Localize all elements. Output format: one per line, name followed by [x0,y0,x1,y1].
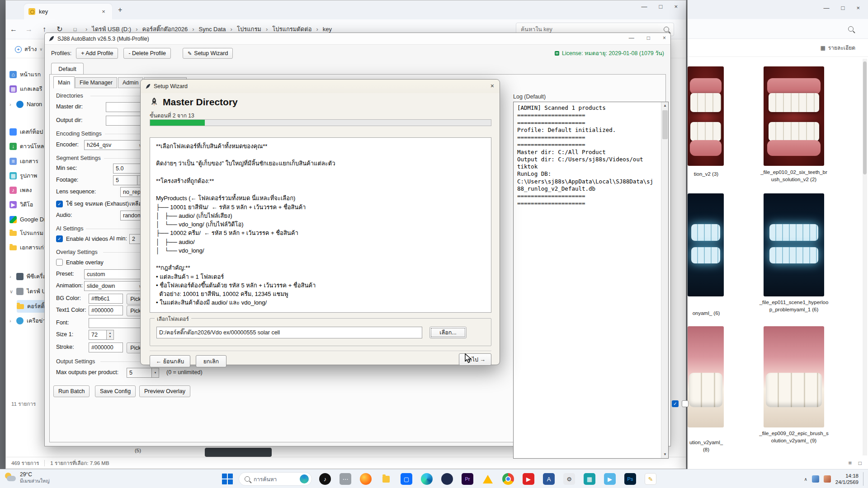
more-apps-icon[interactable]: ⋯ [340,473,351,485]
log-scrollbar-thumb[interactable] [662,110,668,139]
item-checkbox-checked-icon[interactable]: ✓ [672,400,679,407]
browse-button[interactable]: เลือก... [429,327,467,338]
thumbnail-label[interactable]: _file_ep010_02_six_teeth_brush_solution_… [759,169,829,183]
close-icon[interactable]: × [674,3,678,10]
firefox-icon[interactable] [360,473,372,485]
view-thumbnails-icon[interactable]: □ [859,460,862,466]
details-toggle[interactable]: ▦ รายละเอียด [821,43,856,52]
delete-profile-button[interactable]: - Delete Profile [123,48,171,59]
taskbar-clock[interactable]: 14:18 24/1/2569 [835,473,859,486]
file-explorer-icon[interactable] [380,473,392,485]
close-icon[interactable]: × [663,35,666,41]
paint-icon[interactable]: ▦ [584,473,595,485]
thumbnail-image[interactable] [764,66,824,166]
thumbnail-image-partial[interactable] [688,326,724,427]
setup-wizard-button[interactable]: ✎Setup Wizard [183,48,233,59]
wizard-back-button[interactable]: ← ย้อนกลับ [150,355,190,367]
thumbnail-image-partial[interactable] [688,66,724,166]
thumbnail-label-partial[interactable]: onyaml_ (6) [688,310,725,317]
master-dir-input[interactable] [106,102,145,112]
log-output[interactable]: [ADMIN] Scanned 1 products =============… [513,102,669,459]
encoder-select[interactable]: h264_qsv [84,140,145,150]
start-button[interactable] [222,473,233,485]
youtube-icon[interactable]: ▶ [523,473,534,485]
back-icon[interactable]: ← [6,25,21,33]
minimize-icon[interactable]: — [824,5,830,11]
max-outputs-dropdown[interactable]: ▼ [152,368,159,378]
max-outputs-input[interactable]: 5 [127,368,152,378]
stroke-input[interactable]: #000000 [89,343,123,352]
maximize-icon[interactable]: □ [647,35,650,41]
chevron-right-icon[interactable]: › [9,274,13,279]
animation-select[interactable]: slide_down [84,281,145,291]
size1-stepper[interactable]: ▲▼ [107,330,114,340]
item-checkbox-empty-icon[interactable] [682,400,689,407]
show-desktop-button[interactable] [863,472,864,486]
chrome-icon[interactable] [502,473,514,485]
thumbnail-label-partial[interactable]: tion_v2 (3) [688,171,725,178]
new-tab-button[interactable]: + [118,6,122,14]
tab-admin[interactable]: Admin [118,77,143,88]
enable-overlay-row[interactable]: Enable overlay [56,259,104,266]
tab-close-icon[interactable]: × [99,8,108,15]
thumbnail-label[interactable]: _file_ep009_02_epic_brush_solution_v2yam… [759,430,829,444]
output-dir-input[interactable] [106,116,145,126]
chevron-down-icon[interactable]: ∨ [9,289,13,295]
photos-icon[interactable]: ▶ [604,473,616,485]
tab-file-manager[interactable]: File Manager [75,77,117,88]
thumbnail-image-partial[interactable] [688,193,724,296]
chevron-right-icon[interactable]: › [9,102,13,107]
pen-icon[interactable]: ✎ [645,473,656,485]
office-icon[interactable]: A [543,473,555,485]
exhaust-checkbox[interactable]: ✓ [56,201,63,207]
tray-chevron-up-icon[interactable]: ∧ [804,477,807,482]
explorer-tab-key[interactable]: key × [24,4,112,19]
google-drive-icon[interactable] [482,473,494,485]
settings-icon[interactable]: ⚙ [563,473,575,485]
run-batch-button[interactable]: Run Batch [53,385,90,397]
thumbnail-image[interactable] [764,326,824,427]
new-button[interactable]: + สร้าง ∨ [10,43,47,56]
log-scrollbar[interactable]: ▲ ▼ [661,102,668,458]
thumbnail-image[interactable] [764,193,824,296]
tray-image-icon-1[interactable] [812,475,819,483]
right-pane-scrollbar[interactable] [863,59,867,455]
tab-main[interactable]: Main [53,76,75,89]
selected-file-pill[interactable] [205,448,272,457]
thumbnail-label-partial[interactable]: ution_v2yaml_ (8) [688,439,725,453]
enable-ai-checkbox[interactable]: ✓ [56,235,63,242]
forward-icon[interactable]: → [21,25,37,33]
view-list-icon[interactable]: ≡ [848,460,852,466]
save-config-button[interactable]: Save Config [95,385,136,397]
microsoft-store-icon[interactable]: ▢ [401,473,412,485]
close-icon[interactable]: × [491,82,494,89]
maximize-icon[interactable]: □ [841,5,845,11]
add-profile-button[interactable]: + Add Profile [76,48,118,59]
tray-image-icon-2[interactable] [824,475,831,483]
text1-color-input[interactable]: #000000 [89,305,123,315]
chevron-right-icon[interactable]: › [9,318,13,324]
breadcrumb-item[interactable]: key [321,26,334,33]
phone-link-icon[interactable] [441,473,453,485]
profile-tab-default[interactable]: Default [51,63,84,75]
thumbnail-label[interactable]: _file_ep011_scene1_hyperloop_problemyaml… [759,299,829,313]
wizard-next-button[interactable]: ถัดไป → [459,353,491,366]
preset-input[interactable]: custom [84,269,145,279]
font-input[interactable] [89,318,145,328]
footage-input[interactable]: 5 [113,175,137,185]
wizard-title-bar[interactable]: Setup Wizard × [141,80,500,93]
premiere-pro-icon[interactable]: Pr [462,473,473,485]
edge-icon[interactable] [421,473,433,485]
maximize-icon[interactable]: □ [659,3,663,10]
wizard-cancel-button[interactable]: ยกเลิก [196,355,226,367]
autobatch-title-bar[interactable]: SJ88 AutoBatch v26.5.3 (Multi-Profile) —… [45,33,670,45]
minimize-icon[interactable]: — [642,3,647,10]
close-icon[interactable]: × [856,5,860,11]
bg-color-input[interactable]: #ffb6c1 [89,294,123,304]
minimize-icon[interactable]: — [629,35,634,41]
preview-overlay-button[interactable]: Preview Overlay [139,385,190,397]
taskbar-search-input[interactable]: การค้นหา [239,472,312,486]
breadcrumb-item[interactable]: Sync Data [197,26,228,33]
folder-path-input[interactable]: D:/คอร์สติ๊กต๊อก2026/Vdo ex/00000555 sol… [156,327,422,338]
exhaust-checkbox-row[interactable]: ✓ใช้ seg จนหมด (Exhaust) [56,199,129,208]
